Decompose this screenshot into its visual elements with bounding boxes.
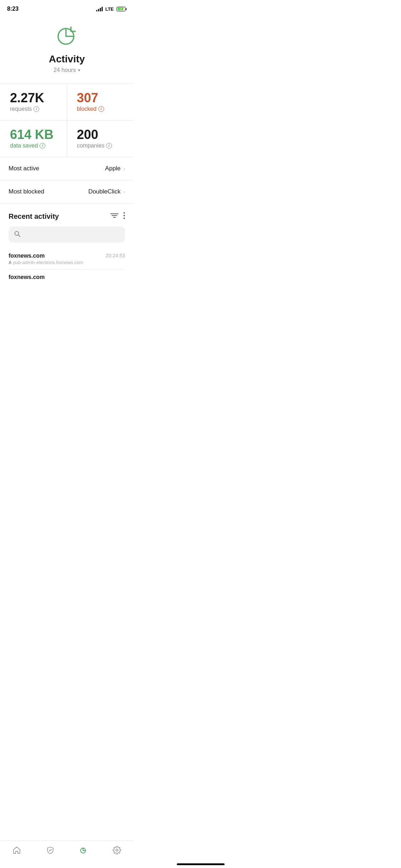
requests-label: requests i [10, 106, 57, 112]
companies-stat: 200 companies i [67, 120, 134, 157]
signal-bar-1 [96, 10, 97, 11]
battery-icon: ⚡ [117, 7, 127, 11]
blocked-label: blocked i [77, 106, 124, 112]
requests-info-icon[interactable]: i [34, 106, 39, 112]
requests-value: 2.27K [10, 92, 57, 104]
most-active-value-container: Apple › [105, 165, 125, 172]
recent-activity-title: Recent activity [9, 212, 59, 221]
recent-activity-section: Recent activity [0, 203, 134, 285]
chevron-right-icon: › [123, 166, 125, 171]
filter-icon[interactable] [110, 212, 118, 221]
signal-bar-4 [102, 7, 103, 11]
companies-label: companies i [77, 143, 124, 149]
recent-activity-header: Recent activity [9, 212, 125, 221]
battery-charging-icon: ⚡ [119, 7, 123, 11]
companies-value: 200 [77, 128, 124, 141]
signal-bar-3 [100, 8, 101, 11]
blocked-value: 307 [77, 92, 124, 104]
status-bar: 8:23 LTE ⚡ [0, 0, 134, 16]
signal-bars-icon [96, 6, 103, 11]
most-active-value: Apple [105, 165, 120, 172]
activity-item-2-partial: foxnews.com [9, 270, 125, 280]
most-blocked-row[interactable]: Most blocked DoubleClick › [0, 180, 134, 203]
data-saved-value: 614 KB [10, 128, 57, 141]
activity-subdomain-1: A pub-admin-elections.foxnews.com [9, 260, 125, 265]
data-saved-info-icon[interactable]: i [40, 143, 45, 149]
status-icons: LTE ⚡ [96, 6, 127, 12]
time-period-label: 24 hours [53, 67, 76, 73]
blocked-stat: 307 blocked i [67, 84, 134, 120]
svg-point-4 [124, 212, 125, 214]
recent-activity-icons [110, 212, 125, 221]
activity-domain-2: foxnews.com [9, 274, 45, 280]
activity-item-1[interactable]: foxnews.com 20:24:53 A pub-admin-electio… [9, 248, 125, 270]
data-saved-stat: 614 KB data saved i [0, 120, 67, 157]
pie-chart-icon [55, 23, 79, 49]
svg-line-8 [18, 235, 20, 237]
activity-time-1: 20:24:53 [106, 253, 125, 258]
most-active-row[interactable]: Most active Apple › [0, 157, 134, 180]
chevron-right-icon-2: › [123, 189, 125, 195]
time-period-selector[interactable]: 24 hours ▾ [53, 67, 80, 73]
search-icon [14, 231, 20, 238]
status-time: 8:23 [7, 6, 19, 12]
chevron-down-icon: ▾ [78, 68, 80, 73]
lte-label: LTE [105, 6, 114, 12]
more-options-icon[interactable] [123, 212, 125, 221]
page-title: Activity [49, 53, 85, 65]
most-blocked-value-container: DoubleClick › [88, 188, 125, 195]
activity-rows: Most active Apple › Most blocked DoubleC… [0, 157, 134, 203]
companies-info-icon[interactable]: i [106, 143, 112, 149]
search-bar[interactable] [9, 227, 125, 243]
signal-bar-2 [98, 9, 99, 11]
stats-grid: 2.27K requests i 307 blocked i 614 KB da… [0, 83, 134, 157]
data-saved-label: data saved i [10, 143, 57, 149]
svg-point-6 [124, 218, 125, 219]
blocked-info-icon[interactable]: i [98, 106, 104, 112]
most-blocked-value: DoubleClick [88, 188, 121, 195]
most-blocked-label: Most blocked [9, 188, 44, 195]
requests-stat: 2.27K requests i [0, 84, 67, 120]
activity-domain-1: foxnews.com [9, 253, 45, 259]
svg-point-5 [124, 215, 125, 216]
most-active-label: Most active [9, 165, 39, 172]
main-content: Activity 24 hours ▾ 2.27K requests i 307… [0, 16, 134, 285]
